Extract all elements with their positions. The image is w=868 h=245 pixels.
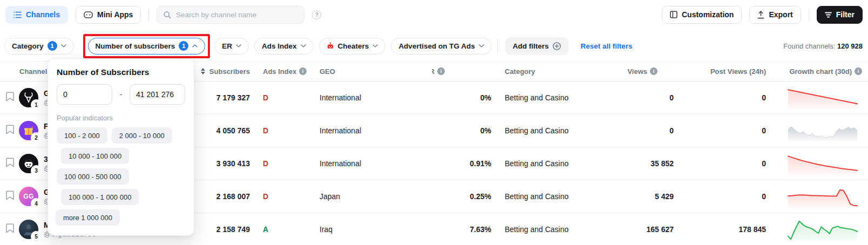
- filter-lines-icon: [825, 12, 832, 18]
- rank-badge: 3: [32, 166, 40, 173]
- bookmark-icon[interactable]: [6, 125, 14, 134]
- header-ads-index[interactable]: Ads Index i: [250, 67, 320, 76]
- avatar[interactable]: 5: [19, 220, 38, 239]
- preset-range-button[interactable]: 100 - 2 000: [57, 127, 107, 144]
- er-value: 0%: [432, 126, 491, 135]
- ads-index-value: A: [263, 225, 268, 234]
- preset-range-button[interactable]: 100 000 - 1 000 000: [61, 189, 139, 205]
- chevron-down-icon: [61, 44, 66, 47]
- geo-value: International: [320, 93, 432, 102]
- preset-list: 100 - 2 0002 000 - 10 00010 000 - 100 00…: [57, 127, 185, 226]
- info-icon[interactable]: i: [650, 67, 657, 75]
- export-button[interactable]: Export: [749, 6, 801, 24]
- post-views-value: 178 845: [674, 225, 766, 234]
- growth-sparkline: [787, 118, 858, 143]
- list-icon: [13, 11, 22, 18]
- subscribers-value: 7 179 327: [197, 93, 250, 102]
- header-post-views[interactable]: Post Views (24h): [674, 67, 766, 76]
- range-separator: -: [117, 90, 125, 99]
- avatar[interactable]: 1: [19, 88, 38, 107]
- tab-channels[interactable]: Channels: [5, 6, 68, 24]
- header-growth-chart[interactable]: Growth chart (30d) i: [766, 67, 868, 76]
- category-value: Betting and Casino: [491, 192, 594, 201]
- bookmark-icon[interactable]: [6, 190, 14, 200]
- filter-pill-ads-index[interactable]: Ads Index: [254, 38, 314, 55]
- header-subscribers-label: Subscribers: [209, 67, 250, 76]
- category-value: Betting and Casino: [491, 159, 594, 168]
- info-icon[interactable]: i: [299, 67, 307, 75]
- search-input[interactable]: [176, 11, 297, 19]
- avatar[interactable]: GG 4: [19, 187, 38, 206]
- divider: [497, 39, 498, 52]
- geo-value: Iraq: [320, 225, 432, 234]
- er-value: 7.63%: [432, 225, 491, 234]
- bookmark-icon[interactable]: [6, 92, 14, 101]
- rank-badge: 1: [32, 100, 40, 107]
- chevron-up-icon: [192, 44, 198, 47]
- rank-badge: 2: [32, 133, 40, 140]
- reset-all-filters-link[interactable]: Reset all filters: [580, 42, 632, 50]
- growth-sparkline: [787, 217, 858, 242]
- export-icon: [757, 11, 764, 19]
- avatar[interactable]: 3: [19, 154, 38, 173]
- rank-badge: 4: [32, 199, 40, 206]
- preset-range-button[interactable]: 100 000 - 500 000: [57, 168, 129, 185]
- header-er[interactable]: ER i: [432, 67, 491, 76]
- ads-index-value: D: [263, 126, 268, 135]
- found-channels-label: Found channels:: [783, 42, 835, 50]
- popular-indicators-label: Popular indicators: [57, 114, 185, 122]
- filter-cheaters-label: Cheaters: [338, 42, 369, 50]
- preset-range-button[interactable]: 2 000 - 10 000: [112, 127, 172, 144]
- header-er-label: ER: [432, 67, 435, 76]
- header-geo[interactable]: GEO: [320, 67, 432, 76]
- sort-icon[interactable]: [201, 68, 205, 74]
- filter-pill-cheaters[interactable]: Cheaters: [319, 38, 386, 55]
- growth-sparkline: [787, 151, 858, 176]
- header-growth-chart-label: Growth chart (30d): [789, 67, 852, 76]
- max-subscribers-input[interactable]: [130, 84, 185, 105]
- tab-mini-apps[interactable]: Mini Apps: [76, 6, 141, 24]
- avatar[interactable]: 2: [19, 121, 38, 140]
- layout-icon: [670, 11, 677, 18]
- bookmark-icon[interactable]: [6, 223, 14, 233]
- subscribers-value: 4 050 765: [197, 126, 250, 135]
- filter-pill-category[interactable]: Category 1: [4, 38, 74, 55]
- post-views-value: 0: [674, 126, 766, 135]
- min-subscribers-input[interactable]: [57, 84, 112, 105]
- tab-mini-apps-label: Mini Apps: [97, 10, 133, 19]
- add-filters-label: Add filters: [513, 42, 549, 50]
- subscribers-filter-dropdown: Number of Subscribers - Popular indicato…: [48, 58, 194, 236]
- filter-pill-subscribers[interactable]: Number of subscribers 1: [88, 38, 206, 55]
- views-value: 35 852: [594, 159, 674, 168]
- filter-er-label: ER: [222, 42, 232, 50]
- rank-badge: 5: [32, 232, 40, 239]
- channels-analytics-page: Channels Mini Apps ? Customization Expor…: [0, 0, 868, 245]
- header-views[interactable]: Views i: [594, 67, 674, 76]
- subscribers-value: 2 158 749: [197, 225, 250, 234]
- customization-button[interactable]: Customization: [662, 6, 742, 24]
- filter-subscribers-badge: 1: [179, 41, 188, 51]
- info-icon[interactable]: i: [437, 67, 445, 75]
- search-box[interactable]: [157, 6, 304, 24]
- filter-button[interactable]: Filter: [817, 6, 863, 24]
- add-filters-button[interactable]: Add filters: [505, 37, 569, 55]
- post-views-value: 0: [674, 159, 766, 168]
- gg-logo-text: GG: [23, 193, 34, 200]
- top-bar: Channels Mini Apps ? Customization Expor…: [0, 0, 868, 29]
- header-category[interactable]: Category: [491, 67, 594, 76]
- top-bar-right: Customization Export Filter: [662, 6, 863, 24]
- filter-pill-tg-ads[interactable]: Advertised on TG Ads: [391, 38, 491, 55]
- filter-pill-er[interactable]: ER: [214, 38, 249, 55]
- post-views-value: 0: [674, 192, 766, 201]
- ads-index-value: D: [263, 93, 268, 102]
- help-icon[interactable]: ?: [312, 10, 321, 19]
- header-subscribers[interactable]: Subscribers: [197, 67, 250, 76]
- info-icon[interactable]: i: [855, 67, 862, 75]
- preset-range-button[interactable]: more 1 000 000: [56, 209, 120, 226]
- growth-sparkline: [787, 184, 858, 209]
- preset-range-button[interactable]: 10 000 - 100 000: [61, 148, 129, 164]
- chevron-down-icon: [301, 44, 306, 47]
- chevron-down-icon: [372, 44, 378, 47]
- growth-sparkline: [787, 85, 858, 110]
- bookmark-icon[interactable]: [6, 158, 14, 167]
